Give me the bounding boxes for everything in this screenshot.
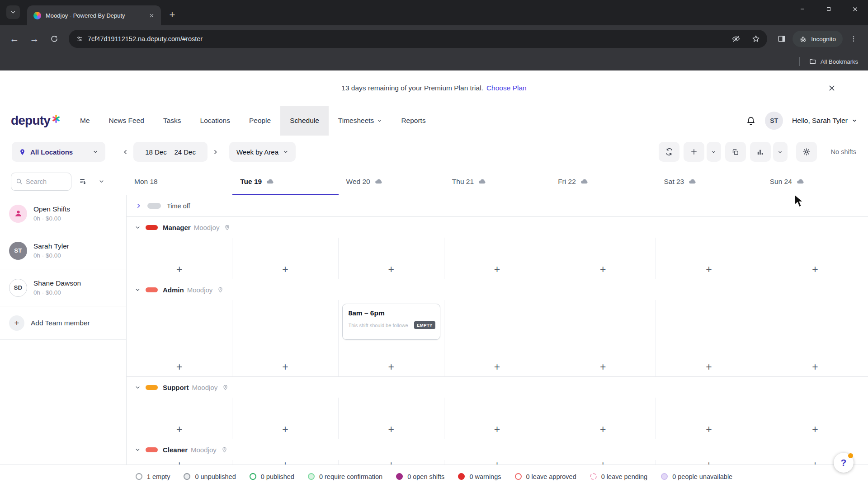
shift-cell[interactable]: + — [232, 300, 338, 376]
shift-cell[interactable]: + — [762, 398, 868, 439]
choose-plan-link[interactable]: Choose Plan — [486, 84, 527, 92]
team-member-sarah-tyler[interactable]: ST Sarah Tyler 0h · $0.00 — [0, 232, 126, 269]
all-bookmarks-button[interactable]: All Bookmarks — [821, 58, 858, 65]
nav-item-news-feed[interactable]: News Feed — [99, 106, 154, 136]
shift-cell[interactable]: + — [232, 238, 338, 279]
reload-button[interactable] — [45, 30, 63, 48]
date-range-display[interactable]: 18 Dec – 24 Dec — [133, 142, 208, 162]
shift-cell[interactable]: + — [550, 300, 656, 376]
user-avatar[interactable]: ST — [765, 112, 783, 130]
add-shift-button[interactable]: + — [494, 362, 500, 372]
shift-cell[interactable]: + — [444, 460, 550, 465]
tab-search-button[interactable] — [6, 5, 20, 19]
browser-menu-button[interactable] — [844, 30, 863, 48]
nav-item-reports[interactable]: Reports — [392, 106, 435, 136]
stats-button[interactable] — [750, 142, 771, 162]
refresh-button[interactable] — [659, 142, 679, 162]
user-menu[interactable]: Hello, Sarah Tyler — [792, 117, 857, 125]
add-shift-button[interactable]: + — [812, 424, 818, 435]
maximize-button[interactable] — [816, 0, 842, 18]
nav-item-timesheets[interactable]: Timesheets — [329, 106, 392, 136]
shift-cell[interactable]: + — [762, 238, 868, 279]
url-text[interactable]: 7cf47d19112152.na.deputy.com/#roster — [88, 35, 724, 42]
next-week-button[interactable] — [208, 142, 224, 162]
shift-cell[interactable]: + — [127, 398, 232, 439]
add-shift-button[interactable]: + — [388, 460, 394, 465]
time-off-row[interactable]: Time off — [127, 195, 868, 217]
add-shift-button[interactable]: + — [388, 264, 394, 275]
new-tab-button[interactable]: + — [165, 8, 179, 22]
shift-cell[interactable]: + — [656, 398, 762, 439]
add-shift-button[interactable]: + — [176, 362, 182, 372]
banner-close-button[interactable] — [828, 84, 835, 92]
collapse-area-button[interactable] — [135, 287, 141, 293]
shift-cell[interactable]: + — [444, 300, 550, 376]
side-panel-button[interactable] — [773, 30, 791, 48]
add-shift-button[interactable]: + — [282, 424, 288, 435]
location-filter-dropdown[interactable]: All Locations — [12, 142, 105, 162]
collapse-area-button[interactable] — [135, 225, 141, 230]
collapse-area-button[interactable] — [135, 447, 141, 453]
add-shift-button[interactable]: + — [494, 460, 500, 465]
add-shift-button[interactable]: + — [600, 264, 606, 275]
add-shift-button[interactable]: + — [706, 362, 712, 372]
nav-item-people[interactable]: People — [240, 106, 280, 136]
nav-item-locations[interactable]: Locations — [191, 106, 240, 136]
copy-schedule-button[interactable] — [725, 142, 746, 162]
bookmark-star-button[interactable] — [748, 31, 764, 47]
nav-item-tasks[interactable]: Tasks — [154, 106, 191, 136]
add-team-member-button[interactable]: + Add Team member — [0, 306, 126, 340]
nav-item-me[interactable]: Me — [71, 106, 99, 136]
shift-cell[interactable]: + — [656, 300, 762, 376]
day-header-fri-22[interactable]: Fri 22 — [550, 168, 656, 195]
team-member-open-shifts[interactable]: Open Shifts 0h · $0.00 — [0, 195, 126, 232]
shift-cell[interactable]: + — [550, 398, 656, 439]
add-shifts-button[interactable] — [684, 142, 704, 162]
add-shift-button[interactable]: + — [176, 424, 182, 435]
add-shift-button[interactable]: + — [494, 264, 500, 275]
settings-button[interactable] — [796, 142, 817, 162]
add-shift-button[interactable]: + — [388, 424, 394, 435]
shift-cell[interactable]: + — [232, 398, 338, 439]
shift-cell[interactable]: + — [127, 300, 232, 376]
url-bar[interactable]: 7cf47d19112152.na.deputy.com/#roster — [69, 30, 767, 48]
help-button[interactable]: ? — [834, 453, 854, 473]
shift-cell[interactable]: + — [550, 460, 656, 465]
shift-cell[interactable]: + — [444, 238, 550, 279]
add-shift-button[interactable]: + — [282, 264, 288, 275]
day-header-wed-20[interactable]: Wed 20 — [339, 168, 444, 195]
collapse-area-button[interactable] — [135, 385, 141, 390]
expand-time-off-button[interactable] — [136, 203, 142, 209]
add-shift-button[interactable]: + — [600, 460, 606, 465]
add-shift-button[interactable]: + — [706, 424, 712, 435]
add-shifts-menu-button[interactable] — [707, 142, 721, 162]
add-shift-button[interactable]: + — [812, 362, 818, 372]
add-shift-button[interactable]: + — [706, 264, 712, 275]
add-shift-button[interactable]: + — [600, 424, 606, 435]
shift-cell[interactable]: + — [550, 238, 656, 279]
search-input[interactable] — [26, 178, 61, 185]
shift-cell[interactable]: + 8am – 6pm This shift should be followe… — [339, 300, 444, 376]
add-shift-button[interactable]: + — [600, 362, 606, 372]
minimize-button[interactable] — [789, 0, 816, 18]
shift-cell[interactable]: + — [339, 398, 444, 439]
forward-button[interactable]: → — [25, 30, 43, 48]
sort-button[interactable] — [75, 174, 90, 190]
search-box[interactable] — [11, 173, 71, 191]
add-shift-button[interactable]: + — [176, 460, 182, 465]
shift-cell[interactable]: + — [444, 398, 550, 439]
notifications-button[interactable] — [746, 116, 756, 126]
prev-week-button[interactable] — [117, 142, 133, 162]
shift-card[interactable]: 8am – 6pm This shift should be followe E… — [342, 304, 440, 340]
view-mode-dropdown[interactable]: Week by Area — [229, 142, 296, 162]
shift-cell[interactable]: + — [127, 460, 232, 465]
day-header-mon-18[interactable]: Mon 18 — [127, 168, 232, 195]
site-settings-icon[interactable] — [76, 35, 83, 42]
stats-menu-button[interactable] — [773, 142, 788, 162]
add-shift-button[interactable]: + — [812, 460, 818, 465]
team-options-button[interactable] — [94, 174, 108, 190]
add-shift-button[interactable]: + — [388, 362, 394, 372]
add-shift-button[interactable]: + — [282, 362, 288, 372]
deputy-logo[interactable]: deputy — [11, 113, 61, 128]
add-shift-button[interactable]: + — [706, 460, 712, 465]
